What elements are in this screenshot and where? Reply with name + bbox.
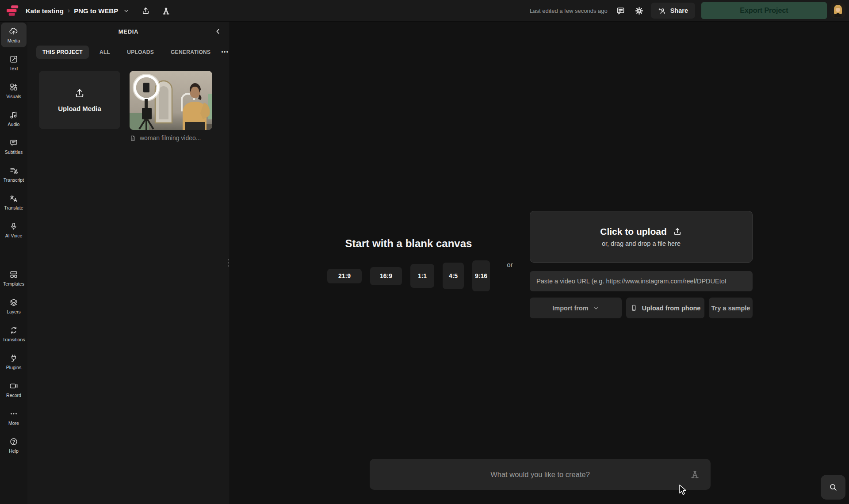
media-thumbnail-woman-filming[interactable] [130,71,212,130]
sidebar-label: Audio [8,122,20,127]
tab-this-project[interactable]: THIS PROJECT [36,46,89,59]
breadcrumb-doc[interactable]: PNG to WEBP [74,7,118,15]
sidebar-item-record[interactable]: Record [1,377,27,402]
media-item-name: woman filming video... [140,134,201,141]
left-sidebar: Media Text Visuals Audio Subtitles [0,22,27,504]
sidebar-label: Subtitles [5,149,23,155]
shapes-plus-icon [9,82,19,92]
sidebar-label: Plugins [6,365,21,370]
tabs-overflow-icon[interactable]: ••• [221,49,229,55]
upload-media-label: Upload Media [58,105,101,112]
video-url-input[interactable] [530,271,753,291]
tab-generations[interactable]: GENERATIONS [164,46,217,59]
sidebar-label: Record [6,393,21,398]
file-icon [130,135,136,141]
sidebar-item-media[interactable]: Media [1,23,27,47]
aspect-4-5-button[interactable]: 4:5 [443,263,464,289]
zoom-search-button[interactable] [821,475,845,500]
sidebar-label: Templates [3,281,24,286]
aspect-9-16-button[interactable]: 9:16 [472,260,490,291]
media-panel-title: MEDIA [119,28,138,35]
sidebar-item-subtitles[interactable]: Subtitles [1,134,27,159]
last-edited-status: Last edited a few seconds ago [530,8,608,14]
caption-bubble-icon [9,138,19,148]
import-from-button[interactable]: Import from [530,298,622,318]
sidebar-item-layers[interactable]: Layers [1,294,27,318]
try-a-sample-button[interactable]: Try a sample [709,298,753,318]
upload-from-phone-button[interactable]: Upload from phone [626,298,704,318]
edit-square-icon [9,54,19,64]
upload-media-button[interactable]: Upload Media [39,71,120,129]
tab-all[interactable]: ALL [93,46,116,59]
upload-group: Click to upload or, drag and drop a file… [530,211,753,318]
sidebar-item-plugins[interactable]: Plugins [1,349,27,374]
try-a-sample-label: Try a sample [711,305,750,312]
sidebar-label: Help [9,448,19,454]
sidebar-item-transcript[interactable]: Transcript [1,162,27,187]
chevron-down-icon [593,305,599,311]
layers-icon [9,298,19,307]
underlord-ai-icon[interactable] [159,4,173,18]
sidebar-label: Media [8,38,20,43]
share-label: Share [670,7,688,14]
export-label: Export Project [740,7,788,15]
settings-gear-icon[interactable] [632,4,646,18]
ellipsis-icon [9,409,19,419]
sidebar-item-audio[interactable]: Audio [1,106,27,131]
transcript-scissors-icon [9,166,19,176]
sidebar-label: Visuals [6,94,21,99]
sidebar-label: Layers [7,309,21,314]
top-bar: Kate testing › PNG to WEBP Last edited a… [0,0,849,22]
sidebar-item-ai-voice[interactable]: AI Voice [1,218,27,242]
music-notes-icon [9,110,19,120]
app-logo-icon[interactable] [6,4,20,17]
or-divider-label: or [500,261,520,268]
sidebar-item-translate[interactable]: Translate [1,190,27,214]
aspect-ratio-row: 21:9 16:9 1:1 4:5 9:16 [327,260,490,291]
share-button[interactable]: Share [651,3,695,19]
sidebar-label: Transitions [3,337,25,342]
upload-tray-icon [74,88,85,99]
sidebar-label: More [8,420,19,426]
user-avatar[interactable] [830,3,845,18]
import-from-label: Import from [552,305,588,312]
breadcrumb-separator: › [68,7,70,15]
microphone-icon [9,221,19,231]
aspect-1-1-button[interactable]: 1:1 [410,264,434,288]
sidebar-item-templates[interactable]: Templates [1,266,27,290]
translate-icon [9,194,19,203]
breadcrumb-project[interactable]: Kate testing [26,7,64,15]
doc-menu-chevron-down-icon[interactable] [119,4,133,18]
plug-icon [9,353,19,363]
sidebar-item-text[interactable]: Text [1,50,27,75]
ai-prompt-bar [370,459,711,490]
sidebar-item-visuals[interactable]: Visuals [1,78,27,103]
media-thumbnail-image [130,71,212,130]
templates-grid-icon [9,270,19,279]
underlord-ai-icon[interactable] [690,469,700,479]
sidebar-item-transitions[interactable]: Transitions [1,321,27,346]
sidebar-item-more[interactable]: More [1,405,27,430]
panel-resize-handle[interactable] [228,259,229,267]
sidebar-label: Translate [4,205,23,210]
comments-icon[interactable] [614,4,628,18]
publish-share-up-icon[interactable] [138,4,153,18]
video-camera-icon [9,381,19,391]
click-to-upload-dropzone[interactable]: Click to upload or, drag and drop a file… [530,211,753,263]
help-icon [9,437,19,447]
tab-uploads[interactable]: UPLOADS [121,46,160,59]
aspect-16-9-button[interactable]: 16:9 [370,267,402,285]
dropzone-title-row: Click to upload [600,226,682,237]
upload-from-phone-label: Upload from phone [642,305,701,312]
aspect-21-9-button[interactable]: 21:9 [327,269,362,283]
dropzone-subtitle: or, drag and drop a file here [602,240,681,247]
transitions-cycle-icon [9,325,19,335]
cloud-upload-icon [9,27,19,36]
phone-icon [630,304,638,312]
sidebar-item-help[interactable]: Help [1,433,27,458]
topbar-left: Kate testing › PNG to WEBP [0,4,173,18]
export-project-button[interactable]: Export Project [701,2,827,19]
ai-prompt-input[interactable] [370,459,711,490]
collapse-panel-chevron-left-icon[interactable] [212,25,224,38]
sidebar-label: AI Voice [5,233,23,238]
